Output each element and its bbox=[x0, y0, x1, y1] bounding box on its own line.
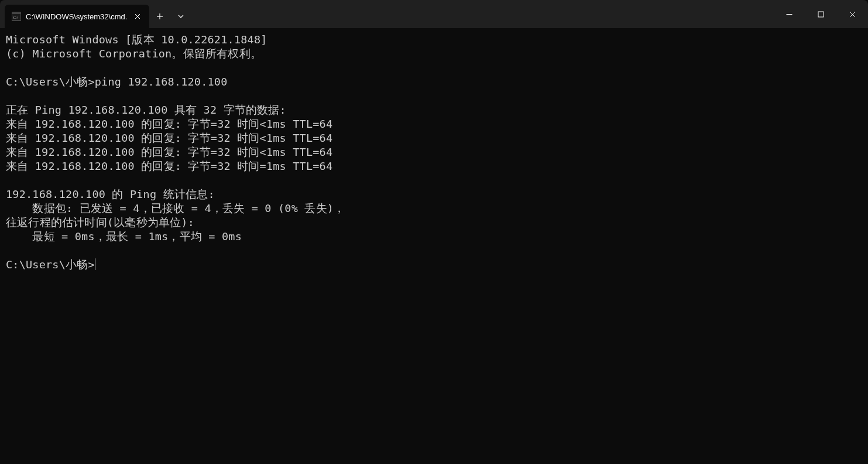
terminal-output[interactable]: Microsoft Windows [版本 10.0.22621.1848](c… bbox=[0, 28, 868, 277]
svg-rect-1 bbox=[12, 12, 21, 14]
tab-dropdown-button[interactable] bbox=[170, 5, 191, 28]
terminal-line: 来自 192.168.120.100 的回复: 字节=32 时间=1ms TTL… bbox=[6, 159, 862, 173]
terminal-prompt: C:\Users\小畅> bbox=[6, 258, 95, 271]
terminal-line bbox=[6, 89, 862, 103]
svg-rect-8 bbox=[818, 12, 824, 17]
terminal-tab[interactable]: C:\ C:\WINDOWS\system32\cmd. bbox=[5, 5, 149, 28]
terminal-line bbox=[6, 244, 862, 258]
terminal-line: 数据包: 已发送 = 4，已接收 = 4，丢失 = 0 (0% 丢失)， bbox=[6, 202, 862, 216]
terminal-line: 192.168.120.100 的 Ping 统计信息: bbox=[6, 187, 862, 202]
new-tab-button[interactable] bbox=[149, 5, 170, 28]
svg-text:C:\: C:\ bbox=[13, 15, 18, 19]
tab-area: C:\ C:\WINDOWS\system32\cmd. bbox=[0, 0, 191, 28]
terminal-line: 最短 = 0ms，最长 = 1ms，平均 = 0ms bbox=[6, 230, 862, 244]
titlebar-drag-area[interactable] bbox=[191, 0, 773, 28]
minimize-button[interactable] bbox=[773, 0, 805, 28]
terminal-line: 来自 192.168.120.100 的回复: 字节=32 时间<1ms TTL… bbox=[6, 145, 862, 159]
terminal-cursor bbox=[95, 258, 96, 270]
cmd-icon: C:\ bbox=[12, 12, 21, 21]
close-button[interactable] bbox=[836, 0, 868, 28]
window-controls bbox=[773, 0, 868, 28]
terminal-line: Microsoft Windows [版本 10.0.22621.1848] bbox=[6, 33, 862, 47]
terminal-line: 来自 192.168.120.100 的回复: 字节=32 时间<1ms TTL… bbox=[6, 117, 862, 131]
terminal-line bbox=[6, 173, 862, 187]
terminal-line: 往返行程的估计时间(以毫秒为单位): bbox=[6, 216, 862, 230]
tab-title: C:\WINDOWS\system32\cmd. bbox=[26, 12, 127, 21]
terminal-line: C:\Users\小畅>ping 192.168.120.100 bbox=[6, 75, 862, 89]
maximize-button[interactable] bbox=[805, 0, 836, 28]
terminal-line: 来自 192.168.120.100 的回复: 字节=32 时间<1ms TTL… bbox=[6, 131, 862, 145]
terminal-line: (c) Microsoft Corporation。保留所有权利。 bbox=[6, 47, 862, 61]
terminal-line bbox=[6, 61, 862, 75]
tab-close-button[interactable] bbox=[132, 11, 143, 22]
terminal-line: 正在 Ping 192.168.120.100 具有 32 字节的数据: bbox=[6, 103, 862, 117]
titlebar: C:\ C:\WINDOWS\system32\cmd. bbox=[0, 0, 868, 28]
